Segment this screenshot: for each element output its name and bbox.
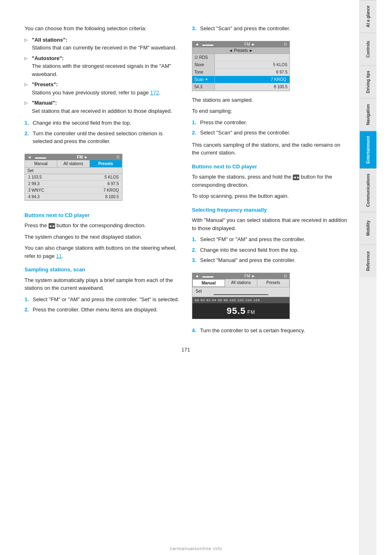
top-bar-right: ⊡	[116, 155, 120, 159]
tab-all-stations-2[interactable]: All stations	[225, 279, 257, 287]
scan-menu-row: Scan ▼ 7 KROQ	[192, 76, 290, 83]
fm-label: FM ►	[77, 155, 88, 159]
scan-value: 7 KROQ	[215, 76, 290, 83]
cd-text-4: You can also change stations with button…	[24, 244, 180, 260]
fm-label-3: FM ►	[244, 274, 255, 278]
step-text: Change into the second field from the to…	[33, 120, 131, 126]
intro-text: You can choose from the following select…	[24, 25, 180, 33]
step-number: 2.	[192, 246, 196, 254]
scale-text: 88 90 92 94 96 98 100 102 104 106	[195, 298, 260, 302]
station-row: 2 99.3 6 97.5	[25, 181, 122, 187]
list-item: "Manual": Set stations that are received…	[24, 99, 180, 115]
list-item: 2. Press the controller. Other menu item…	[24, 306, 180, 314]
page-link-11[interactable]: 11	[56, 253, 62, 259]
sidebar-tab-mobility[interactable]: Mobility	[360, 212, 376, 244]
list-item: "Autostore": The stations with the stron…	[24, 54, 180, 78]
watermark: carmanualsonline.info	[170, 546, 222, 551]
step-text: Select "Manual" and press the controller…	[200, 257, 296, 263]
rds-top-bar: ◄ ▬▬▬ FM ► ⊡	[192, 41, 290, 47]
list-item: 1. Select "FM" or "AM" and press the con…	[192, 235, 347, 244]
page-link-172[interactable]: 172	[150, 90, 159, 96]
bullet-bold: "Autostore":	[32, 55, 64, 61]
section-heading-cd: Buttons next to CD player	[24, 211, 180, 219]
list-item: 1. Press the controller.	[192, 119, 347, 127]
top-bar-left: ◄ ▬▬▬	[195, 42, 216, 47]
step-text: Change into the second field from the to…	[200, 247, 298, 253]
right-sidebar: At a glance Controls Driving tips Naviga…	[359, 0, 376, 555]
list-item: 2. Select "Scan" and press the controlle…	[192, 129, 347, 137]
presets-bar: ◄ Presets ►	[192, 47, 290, 54]
fm-sublabel: FM	[247, 309, 255, 315]
list-item: 1. Select "FM" or "AM" and press the con…	[24, 295, 180, 304]
rds-menu-row: ☑ RDS	[192, 54, 290, 61]
list-item: 2. Turn the controller until the desired…	[24, 130, 180, 145]
tab-presets-2[interactable]: Presets	[257, 279, 290, 287]
list-item: 1. Change into the second field from the…	[24, 119, 180, 127]
tone-menu-row: Tone 6 97.5	[192, 69, 290, 76]
scale-bar: 88 90 92 94 96 98 100 102 104 106	[192, 297, 290, 303]
rds-screen: ◄ ▬▬▬ FM ► ⊡ ◄ Presets ► ☑ RDS Store 5 K…	[192, 37, 290, 96]
last-value: 8 100.5	[215, 83, 290, 90]
scan-arrow: ▼	[205, 78, 208, 81]
step-3-list: 3. Select "Scan" and press the controlle…	[192, 25, 347, 33]
cd-text-1: Press the	[24, 222, 47, 228]
tab-row: Manual All stations Presets	[25, 160, 122, 168]
step-number: 1.	[24, 295, 29, 304]
step-number: 4.	[192, 327, 196, 335]
tab-manual-active[interactable]: Manual	[192, 279, 225, 287]
step-number: 3.	[192, 256, 196, 264]
last-menu-row: 54.3 8 100.5	[192, 83, 290, 91]
arrow-button-icon: ◄►	[49, 223, 55, 229]
section-freq: Selecting frequency manually With "Manua…	[192, 206, 347, 264]
station-row: 4 94.3 8 100.5	[25, 194, 122, 200]
page-number: 171	[24, 347, 347, 353]
screen-top-bar: ◄ ▬▬▬ FM ► ⊡	[25, 154, 122, 160]
sidebar-tab-navigation[interactable]: Navigation	[360, 98, 376, 131]
sidebar-tab-at-a-glance[interactable]: At a glance	[360, 0, 376, 33]
store-value: 5 KLOS	[215, 61, 290, 68]
tab-all-stations[interactable]: All stations	[57, 160, 89, 167]
step-number: 2.	[24, 306, 29, 314]
rds-value	[215, 54, 290, 61]
fm-label: FM ►	[244, 42, 255, 47]
last-label: 54.3	[192, 83, 215, 90]
step-text: Turn the controller to set a certain fre…	[200, 327, 305, 333]
big-frequency: 95.5FM	[192, 303, 290, 319]
sidebar-tab-entertainment[interactable]: Entertainment	[360, 131, 376, 168]
section-buttons-cd-right: Buttons next to CD player To sample the …	[192, 163, 347, 200]
station-left: 1 103.5	[28, 175, 74, 179]
station-right: 7 KROQ	[74, 188, 119, 192]
tone-value: 6 97.5	[215, 69, 290, 76]
cd-text-2: button for the corresponding direction.	[56, 222, 146, 228]
steps-list: 1. Change into the second field from the…	[24, 119, 180, 145]
rds-label: ☑ RDS	[192, 54, 215, 61]
bullet-text: The stations with the strongest received…	[32, 63, 171, 77]
sidebar-tab-reference[interactable]: Reference	[360, 244, 376, 277]
sidebar-tab-controls[interactable]: Controls	[360, 33, 376, 65]
tab-presets[interactable]: Presets	[90, 160, 122, 167]
cancel-text: This cancels sampling of the stations, a…	[192, 141, 347, 157]
cd2-text-3: To stop scanning, press the button again…	[192, 192, 347, 200]
freq-top-bar: ◄ ▬▬▬ FM ► ⊡	[192, 273, 290, 279]
section-scan: Sampling stations, scan The system autom…	[24, 266, 180, 314]
radio-screen-1: ◄ ▬▬▬ FM ► ⊡ Manual All stations Presets…	[24, 150, 122, 206]
station-row: 1 103.5 5 KLOS	[25, 174, 122, 181]
section-heading-cd-right: Buttons next to CD player	[192, 163, 347, 171]
freq-value: 95.5	[227, 306, 246, 316]
sidebar-tab-driving-tips[interactable]: Driving tips	[360, 65, 376, 98]
tab-manual[interactable]: Manual	[25, 160, 57, 167]
right-column: 3. Select "Scan" and press the controlle…	[192, 25, 347, 338]
list-item: 3. Select "Manual" and press the control…	[192, 256, 347, 264]
bullet-text-presets: Stations you have previously stored, ref…	[32, 90, 160, 96]
scan-steps: 1. Select "FM" or "AM" and press the con…	[24, 295, 180, 314]
cd2-text: To sample the stations, press and hold t…	[192, 173, 347, 189]
store-label: Store	[192, 61, 215, 68]
arrow-button-icon-2: ◄►	[293, 175, 299, 180]
step-text: Turn the controller until the desired se…	[33, 130, 163, 145]
bullet-bold: "All stations":	[32, 37, 67, 43]
sidebar-tab-communications[interactable]: Communications	[360, 168, 376, 212]
freq-steps: 1. Select "FM" or "AM" and press the con…	[192, 235, 347, 264]
list-item: 3. Select "Scan" and press the controlle…	[192, 25, 347, 33]
cd-text-3: The system changes to the next displayed…	[24, 233, 180, 241]
section-heading-freq: Selecting frequency manually	[192, 206, 347, 214]
